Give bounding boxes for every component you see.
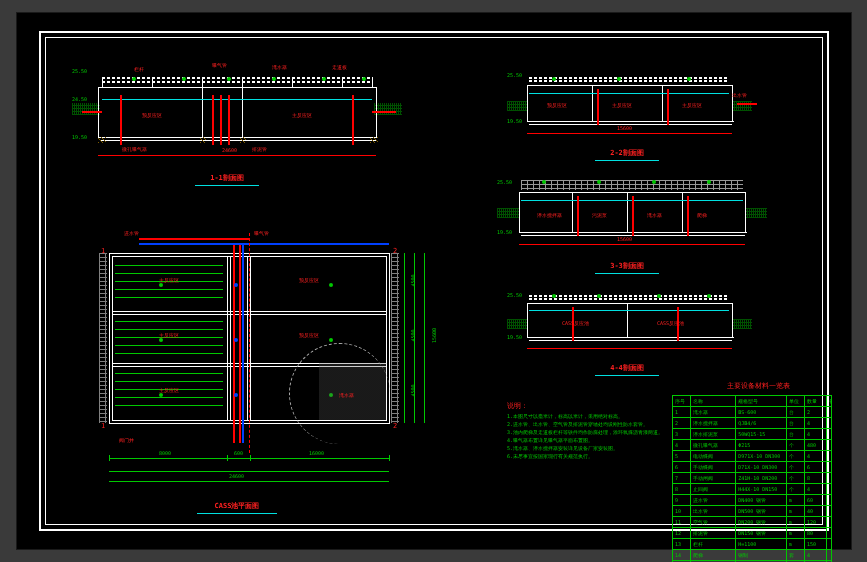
table-cell: 120 [805,517,827,527]
table-cell: 80 [805,528,827,538]
table-row: 14爬梯钢制套4 [673,550,831,561]
table-row: 12排泥管DN150 钢管m80 [673,528,831,539]
table-cell: 个 [787,462,805,472]
table-cell: 13 [673,539,691,549]
note-item: 3.池内爬梯及走道板栏杆等铁件均作防腐处理，涂环氧煤沥青漆两道。 [507,428,667,436]
label: 排泥管 [252,147,267,152]
label: 微孔曝气器 [122,147,147,152]
table-cell: 止回阀 [691,484,736,494]
table-cell: 4 [805,484,827,494]
table-row: 11空气管DN200 钢管m120 [673,517,831,528]
note-item: 6.未尽事宜按国家现行有关规范执行。 [507,452,667,460]
table-cell [827,550,831,560]
table-cell: 爬梯 [691,550,736,560]
section-3-caption: 3-3剖面图 [587,261,667,271]
table-cell: 手动蝶阀 [691,462,736,472]
table-row: 5电动蝶阀D971X-10 DN300个4 [673,451,831,462]
table-cell: QJB4/6 [736,418,787,428]
label: 走道板 [332,65,347,70]
table-cell: 150 [805,539,827,549]
table-cell: BS-600 [736,407,787,417]
table-cell: 潜水搅拌器 [691,418,736,428]
table-cell: DN150 钢管 [736,528,787,538]
table-cell: 个 [787,451,805,461]
table-cell [827,462,831,472]
label: 主反应区 [292,113,312,118]
table-cell: 4 [805,550,827,560]
table-cell [827,495,831,505]
table-row: 13栏杆H=1100m150 [673,539,831,550]
cad-viewer[interactable]: 25.50 24.50 19.50 栏杆 曝气管 滗水器 走道板 微孔曝气器 排… [0,0,867,562]
table-cell: H44X-10 DN150 [736,484,787,494]
table-cell: 栏杆 [691,539,736,549]
table-cell: m [787,495,805,505]
table-cell: DN400 钢管 [736,495,787,505]
table-cell: 个 [787,473,805,483]
table-cell: 1 [673,407,691,417]
table-cell: 个 [787,440,805,450]
table-row: 4微孔曝气器Φ215个480 [673,440,831,451]
table-cell: 40 [805,506,827,516]
table-cell: 钢制 [736,550,787,560]
table-cell: DN200 钢管 [736,517,787,527]
table-cell: 6 [805,462,827,472]
table-cell: 台 [787,429,805,439]
table-cell: 排泥管 [691,528,736,538]
table-cell: 4 [673,440,691,450]
table-header-row: 序号 名称 规格型号 单位 数量 备注 [673,396,831,407]
table-cell: 出水管 [691,506,736,516]
table-cell: 10 [673,506,691,516]
table-cell [827,429,831,439]
note-item: 2.进水管、出水管、空气管及排泥管穿墙处均设刚性防水套管。 [507,420,667,428]
table-cell: 3 [673,429,691,439]
section-1-1: 25.50 24.50 19.50 栏杆 曝气管 滗水器 走道板 微孔曝气器 排… [72,55,402,170]
table-cell: m [787,517,805,527]
note-item: 4.曝气器布置详见曝气器平面布置图。 [507,436,667,444]
table-cell [827,517,831,527]
section-2-caption: 2-2剖面图 [587,148,667,158]
table-cell [827,528,831,538]
label: 栏杆 [134,67,144,72]
label: 滗水器 [272,65,287,70]
table-row: 1滗水器BS-600台2 [673,407,831,418]
table-cell: m [787,539,805,549]
table-cell: 6 [673,462,691,472]
plan-view: 主反应区 主反应区 主反应区 预反应区 预反应区 滗水器 进水管 曝气管 阀门井… [79,223,459,513]
table-cell: 4 [805,418,827,428]
table-cell: Φ215 [736,440,787,450]
table-cell: 480 [805,440,827,450]
note-item: 5.滗水器、潜水搅拌器安装详见设备厂家安装图。 [507,444,667,452]
label: 曝气管 [212,63,227,68]
table-cell: 8 [805,473,827,483]
table-cell: 2 [673,418,691,428]
table-cell: DN500 钢管 [736,506,787,516]
table-cell [827,440,831,450]
table-cell: 电动蝶阀 [691,451,736,461]
table-cell: D971X-10 DN300 [736,451,787,461]
table-cell: 8 [673,484,691,494]
table-cell: 台 [787,418,805,428]
table-cell [827,473,831,483]
table-row: 2潜水搅拌器QJB4/6台4 [673,418,831,429]
table-cell: 4 [805,429,827,439]
table-cell: 5 [673,451,691,461]
table-row: 3潜水排泥泵50WQ15-15台4 [673,429,831,440]
table-cell: 个 [787,484,805,494]
table-cell [827,451,831,461]
drawing-sheet: 25.50 24.50 19.50 栏杆 曝气管 滗水器 走道板 微孔曝气器 排… [16,12,852,550]
section-3-3: 25.50 19.50 潜水搅拌器 污泥泵 滗水器 爬梯 15600 [497,168,767,258]
table-cell: D71X-10 DN300 [736,462,787,472]
table-row: 8止回阀H44X-10 DN150个4 [673,484,831,495]
drawing-notes: 说明： 1.本图尺寸以毫米计，标高以米计，采用绝对标高。 2.进水管、出水管、空… [507,403,667,460]
table-cell: 2 [805,407,827,417]
table-cell: 进水管 [691,495,736,505]
elev-label: 24.50 [72,97,87,102]
table-cell: 9 [673,495,691,505]
table-cell: 12 [673,528,691,538]
section-2-2: 25.50 19.50 预反应区 主反应区 主反应区 出水管 15600 [507,63,752,143]
section-1-caption: 1-1剖面图 [187,173,267,183]
table-cell: 台 [787,407,805,417]
table-cell: m [787,506,805,516]
table-cell [827,484,831,494]
table-cell: 50WQ15-15 [736,429,787,439]
